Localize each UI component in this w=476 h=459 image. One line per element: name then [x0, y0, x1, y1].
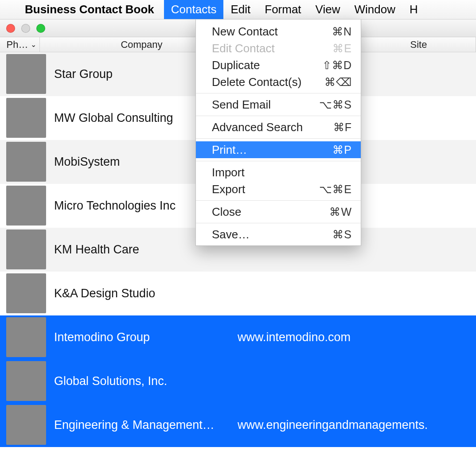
contact-photo-thumbnail: [6, 98, 46, 138]
menu-separator: [196, 138, 361, 139]
menubar-item-format[interactable]: Format: [258, 0, 308, 19]
contact-photo-thumbnail: [6, 317, 46, 357]
menu-item-close[interactable]: Close⌘W: [196, 203, 361, 220]
menu-item-save[interactable]: Save…⌘S: [196, 226, 361, 243]
contact-photo-thumbnail: [6, 361, 46, 401]
menu-item-label: Delete Contact(s): [212, 75, 324, 89]
company-cell: Global Solutions, Inc.: [46, 374, 237, 388]
contact-photo-thumbnail: [6, 405, 46, 445]
menu-item-shortcut: ⌘⌫: [324, 76, 352, 89]
menu-item-new-contact[interactable]: New Contact⌘N: [196, 23, 361, 40]
table-row[interactable]: K&A Design Studio: [0, 272, 476, 315]
menu-item-label: Duplicate: [212, 58, 322, 72]
menu-item-label: Close: [212, 205, 329, 219]
menu-separator: [196, 116, 361, 116]
column-header-company-label: Company: [121, 39, 162, 51]
menu-item-label: Import: [212, 166, 352, 179]
site-cell: www.intemodino.com: [237, 331, 476, 344]
menubar-item-h[interactable]: H: [402, 0, 425, 19]
chevron-down-icon: ⌄: [31, 40, 36, 49]
menubar-item-view[interactable]: View: [308, 0, 347, 19]
window-close-button[interactable]: [6, 24, 15, 33]
menu-item-label: Export: [212, 183, 319, 196]
menu-item-label: Print…: [212, 143, 332, 157]
menu-separator: [196, 161, 361, 161]
menu-item-shortcut: ⌘F: [333, 121, 352, 134]
menu-item-label: Send Email: [212, 98, 319, 112]
menu-item-label: Save…: [212, 228, 332, 241]
menu-separator: [196, 223, 361, 223]
table-row[interactable]: Intemodino Groupwww.intemodino.com: [0, 315, 476, 359]
menu-item-shortcut: ⌘W: [329, 206, 352, 218]
company-cell: Engineering & Management…: [46, 418, 237, 432]
app-name[interactable]: Business Contact Book: [25, 0, 164, 19]
column-header-photo-label: Ph…: [7, 39, 28, 51]
menu-item-label: New Contact: [212, 25, 332, 39]
menu-item-shortcut: ⌘N: [332, 25, 352, 38]
contact-photo-thumbnail: [6, 186, 46, 226]
window-minimize-button[interactable]: [21, 24, 30, 33]
table-row[interactable]: Global Solutions, Inc.: [0, 359, 476, 403]
menu-item-shortcut: ⌘S: [332, 228, 352, 241]
contact-photo-thumbnail: [6, 230, 46, 269]
menu-item-print[interactable]: Print…⌘P: [196, 141, 361, 158]
column-header-site-label: Site: [410, 39, 427, 51]
contact-photo-thumbnail: [6, 273, 46, 313]
column-header-photo[interactable]: Ph… ⌄: [0, 37, 40, 52]
menu-item-edit-contact: Edit Contact⌘E: [196, 40, 361, 57]
menu-separator: [196, 200, 361, 201]
company-cell: Intemodino Group: [46, 331, 237, 344]
menu-item-export[interactable]: Export⌥⌘E: [196, 181, 361, 198]
menu-item-send-email[interactable]: Send Email⌥⌘S: [196, 96, 361, 113]
company-cell: K&A Design Studio: [46, 287, 237, 300]
contact-photo-thumbnail: [6, 142, 46, 182]
menubar-item-contacts[interactable]: Contacts: [164, 0, 224, 19]
menu-item-label: Advanced Search: [212, 121, 333, 134]
menu-item-shortcut: ⌘E: [332, 42, 352, 55]
menu-item-duplicate[interactable]: Duplicate⇧⌘D: [196, 57, 361, 74]
menu-item-shortcut: ⌥⌘S: [319, 98, 352, 111]
system-menubar: Business Contact Book ContactsEditFormat…: [0, 0, 476, 19]
contacts-menu-dropdown: New Contact⌘NEdit Contact⌘EDuplicate⇧⌘DD…: [195, 19, 361, 246]
menu-item-label: Edit Contact: [212, 42, 332, 55]
menubar-item-edit[interactable]: Edit: [223, 0, 258, 19]
menu-separator: [196, 93, 361, 93]
menu-item-delete-contact-s[interactable]: Delete Contact(s)⌘⌫: [196, 74, 361, 90]
contact-photo-thumbnail: [6, 54, 46, 94]
window-zoom-button[interactable]: [36, 24, 45, 33]
table-row[interactable]: Engineering & Management…www.engineering…: [0, 403, 476, 447]
menubar-item-window[interactable]: Window: [347, 0, 402, 19]
menu-item-advanced-search[interactable]: Advanced Search⌘F: [196, 119, 361, 136]
site-cell: www.engineeringandmanagements.: [237, 418, 476, 432]
menu-item-import[interactable]: Import: [196, 164, 361, 181]
menu-item-shortcut: ⌘P: [332, 144, 352, 156]
menu-item-shortcut: ⌥⌘E: [319, 183, 352, 196]
menu-item-shortcut: ⇧⌘D: [322, 59, 352, 72]
